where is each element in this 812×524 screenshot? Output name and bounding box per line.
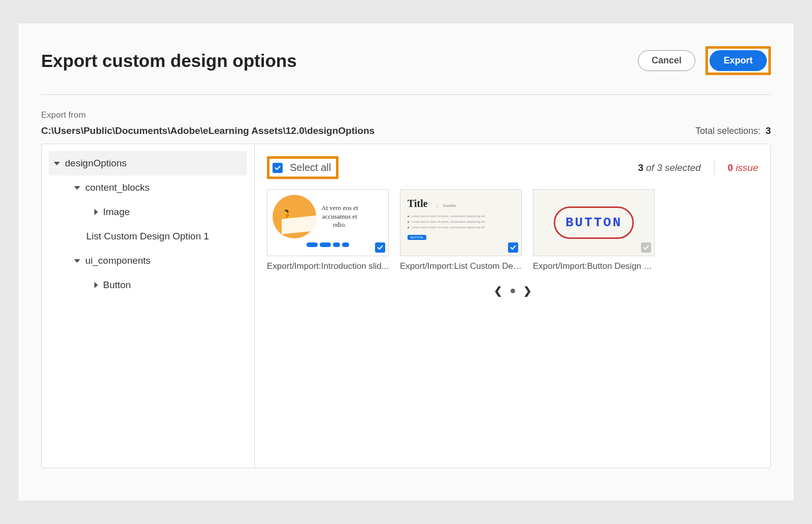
tree-label: Button [103, 280, 131, 291]
total-selections-count: 3 [765, 125, 771, 136]
card-checkbox[interactable] [641, 242, 651, 253]
tree-label: List Custom Design Option 1 [86, 231, 209, 242]
cancel-button[interactable]: Cancel [638, 50, 695, 71]
selected-total: 3 [657, 162, 662, 173]
folder-tree: designOptions content_blocks Image List … [42, 144, 255, 468]
preview-bullets: Lorem ipsum dolor sit amet, consectetur … [408, 215, 514, 229]
tree-leaf-list-custom-design-option-1[interactable]: List Custom Design Option 1 [49, 224, 247, 249]
preview-title: Title [408, 198, 428, 209]
preview-subtitle: Subtitle [437, 203, 456, 208]
card-label: Export/Import:Button Design O... [533, 261, 655, 271]
tree-label: content_blocks [85, 182, 150, 193]
page-dot[interactable] [511, 289, 515, 293]
tree-label: ui_components [85, 255, 151, 266]
export-button[interactable]: Export [709, 50, 767, 71]
select-all-highlight: Select all [267, 156, 339, 179]
chevron-down-icon [54, 162, 60, 165]
select-all-control[interactable]: Select all [273, 162, 331, 173]
content-header: Select all 3 of 3 selected 0 issue [267, 156, 758, 179]
design-thumbnail: BUTTON [533, 189, 655, 256]
status-divider [714, 161, 715, 174]
export-path: C:\Users\Public\Documents\Adobe\eLearnin… [41, 125, 375, 136]
card-checkbox[interactable] [375, 242, 385, 253]
person-icon: 🏃 [278, 209, 296, 227]
total-selections: Total selections: 3 [695, 125, 771, 136]
prev-page-button[interactable]: ❮ [494, 285, 502, 297]
pagination: ❮ ❯ [267, 285, 758, 297]
chevron-down-icon [74, 186, 80, 190]
dialog-actions: Cancel Export [638, 46, 771, 75]
select-all-checkbox[interactable] [273, 163, 283, 173]
design-thumbnail: 🏃 At vero eos et accusamus et odio. [267, 189, 389, 256]
dialog-title: Export custom design options [41, 51, 297, 71]
tree-node-ui-components[interactable]: ui_components [49, 249, 247, 273]
design-card[interactable]: Title Subtitle Lorem ipsum dolor sit ame… [400, 189, 522, 271]
issues-count: 0 [728, 162, 733, 173]
thumbnail-grid: 🏃 At vero eos et accusamus et odio. [267, 189, 758, 271]
total-selections-label: Total selections: [695, 126, 760, 136]
check-icon [510, 244, 517, 251]
design-card[interactable]: BUTTON Export/Import:Button Design O... [533, 189, 655, 271]
of-word: of [646, 162, 654, 173]
chevron-down-icon [74, 259, 80, 263]
tree-label: designOptions [65, 158, 126, 169]
selected-word: selected [665, 162, 701, 173]
chevron-right-icon [94, 282, 98, 288]
selected-count: 3 [638, 162, 644, 173]
select-all-label: Select all [290, 162, 331, 173]
next-page-button[interactable]: ❯ [523, 285, 532, 297]
selection-status: 3 of 3 selected 0 issue [638, 161, 758, 174]
tree-label: Image [103, 206, 130, 218]
export-button-highlight: Export [705, 46, 771, 75]
content-area: Select all 3 of 3 selected 0 issue [255, 144, 770, 468]
preview-chips [273, 242, 383, 247]
dialog-header: Export custom design options Cancel Expo… [41, 46, 771, 95]
card-label: Export/Import:Introduction slid... [267, 261, 389, 271]
check-icon [642, 244, 650, 251]
design-thumbnail: Title Subtitle Lorem ipsum dolor sit ame… [400, 189, 522, 256]
preview-graphic: 🏃 [273, 195, 316, 238]
card-label: Export/Import:List Custom Desi... [400, 261, 522, 271]
card-checkbox[interactable] [508, 242, 518, 253]
tree-node-button[interactable]: Button [49, 273, 247, 297]
chevron-right-icon [94, 209, 98, 215]
preview-button: BUTTON [408, 235, 426, 240]
export-from-label: Export from [41, 110, 375, 120]
preview-button-text: BUTTON [554, 206, 634, 239]
check-icon [377, 244, 384, 251]
design-card[interactable]: 🏃 At vero eos et accusamus et odio. [267, 189, 389, 271]
sub-header: Export from C:\Users\Public\Documents\Ad… [41, 95, 771, 136]
preview-text: At vero eos et accusamus et odio. [321, 204, 358, 230]
issues-word: issue [736, 162, 758, 173]
tree-node-image[interactable]: Image [49, 200, 247, 224]
main-panel: designOptions content_blocks Image List … [41, 144, 771, 468]
issues-status: 0 issue [728, 162, 758, 173]
export-dialog: Export custom design options Cancel Expo… [18, 23, 794, 501]
check-icon [274, 164, 281, 171]
tree-root-designoptions[interactable]: designOptions [49, 151, 247, 176]
tree-node-content-blocks[interactable]: content_blocks [49, 176, 247, 200]
